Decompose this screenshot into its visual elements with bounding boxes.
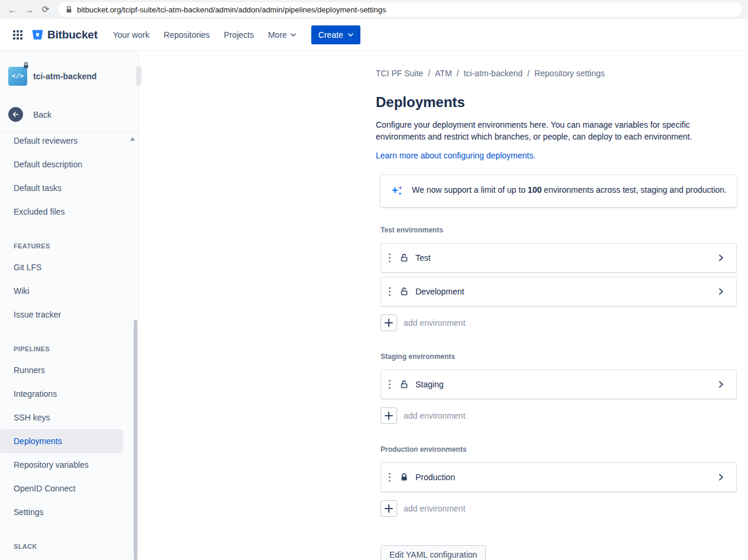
chevron-down-icon [348,33,353,37]
repo-avatar-glyph: </> [8,67,27,86]
chevron-right-icon [716,472,726,482]
browser-forward-icon[interactable]: → [22,3,36,16]
url-text: bitbucket.org/tcipf-suite/tci-atm-backen… [77,5,386,14]
nav-your-work[interactable]: Your work [106,25,157,44]
page-description: Configure your deployment environments h… [376,119,740,143]
banner-text-before: We now support a limit of up to [412,185,528,195]
environment-row-staging[interactable]: Staging [381,370,737,399]
environment-row-development[interactable]: Development [381,277,737,306]
sidebar-header-pipelines: PIPELINES [0,345,138,352]
breadcrumb-repository[interactable]: tci-atm-backend [463,69,523,78]
sidebar-item-deployments[interactable]: Deployments [0,429,123,453]
sidebar-resize-handle[interactable] [136,66,141,86]
environments-area: Test environments Test [381,226,737,560]
back-button[interactable]: Back [0,107,138,122]
browser-toolbar: ← → ⟳ bitbucket.org/tcipf-suite/tci-atm-… [0,0,748,19]
chevron-right-icon [716,380,726,389]
repo-name: tci-atm-backend [33,72,96,81]
create-button[interactable]: Create [311,25,360,44]
banner-text-after: environments across test, staging and pr… [541,185,727,195]
bitbucket-logo[interactable]: Bitbucket [27,28,106,41]
sidebar-header-features: FEATURES [0,242,138,250]
back-arrow-icon [8,107,23,122]
drag-handle-icon[interactable] [388,286,391,297]
sidebar-item-default-description[interactable]: Default description [0,153,123,176]
section-label-production: Production environments [381,445,737,454]
private-repo-lock-icon [23,62,29,69]
sidebar-item-git-lfs[interactable]: Git LFS [0,255,123,279]
chevron-down-icon [291,33,296,37]
page-title: Deployments [376,94,740,111]
unlock-icon [399,253,409,263]
drag-handle-icon[interactable] [388,253,391,263]
nav-projects-label: Projects [224,30,254,40]
section-label-staging: Staging environments [381,352,737,361]
environment-name: Staging [415,380,443,389]
main-content: TCI PF Suite / ATM / tci-atm-backend / R… [139,51,748,560]
browser-reload-icon[interactable]: ⟳ [39,3,52,16]
sidebar-item-wiki[interactable]: Wiki [0,279,123,303]
environment-name: Development [415,287,465,296]
https-lock-icon [66,6,72,13]
bitbucket-logo-icon [31,28,44,41]
sidebar-item-default-tasks[interactable]: Default tasks [0,176,123,200]
repository-sidebar: </> tci-atm-backend Back Default reviewe… [0,51,139,560]
add-environment-button-test[interactable]: add environment [381,315,737,331]
sidebar-item-runners[interactable]: Runners [0,358,123,382]
add-environment-button-production[interactable]: add environment [381,500,737,517]
bitbucket-wordmark: Bitbucket [47,28,98,41]
breadcrumb-separator: / [457,69,459,78]
sidebar-item-settings[interactable]: Settings [0,500,123,524]
banner-limit-value: 100 [528,185,541,195]
sidebar-item-openid-connect[interactable]: OpenID Connect [0,477,123,500]
banner-text: We now support a limit of up to 100 envi… [412,184,727,198]
create-button-label: Create [318,30,343,40]
sidebar-item-integrations[interactable]: Integrations [0,382,123,406]
nav-repositories-label: Repositories [164,30,210,40]
edit-yaml-configuration-button[interactable]: Edit YAML configuration [381,545,486,560]
sidebar-scroll-up-arrow[interactable] [130,137,135,141]
environment-row-production[interactable]: Production [381,462,737,492]
section-label-test: Test environments [381,226,737,234]
app-switcher-grid-icon[interactable] [8,25,27,44]
breadcrumb: TCI PF Suite / ATM / tci-atm-backend / R… [376,69,740,78]
environment-name: Production [415,472,455,482]
app-header: Bitbucket Your work Repositories Project… [0,19,748,51]
environment-row-test[interactable]: Test [381,243,737,273]
address-bar[interactable]: bitbucket.org/tcipf-suite/tci-atm-backen… [58,2,742,17]
add-environment-label: add environment [404,411,465,420]
back-label: Back [33,110,51,119]
sidebar-header-slack: SLACK [0,543,138,550]
browser-back-icon[interactable]: ← [6,3,19,16]
plus-icon [381,407,397,424]
add-environment-label: add environment [404,504,465,513]
unlock-icon [399,380,409,389]
learn-more-link[interactable]: Learn more about configuring deployments… [376,151,536,160]
drag-handle-icon[interactable] [388,379,391,390]
sidebar-item-ssh-keys[interactable]: SSH keys [0,406,123,429]
environments-limit-banner: We now support a limit of up to 100 envi… [381,175,737,207]
drag-handle-icon[interactable] [388,472,391,483]
breadcrumb-repository-settings: Repository settings [534,69,605,78]
lock-icon [399,472,409,482]
sidebar-item-issue-tracker[interactable]: Issue tracker [0,303,123,326]
nav-more[interactable]: More [261,25,303,44]
repo-avatar: </> [8,67,27,86]
nav-repositories[interactable]: Repositories [157,25,217,44]
environment-name: Test [415,253,431,263]
breadcrumb-workspace[interactable]: TCI PF Suite [376,69,423,78]
add-environment-label: add environment [404,318,465,328]
plus-icon [381,500,397,517]
add-environment-button-staging[interactable]: add environment [381,407,737,424]
nav-your-work-label: Your work [113,30,150,40]
sidebar-scrollbar-thumb[interactable] [134,320,137,560]
breadcrumb-project[interactable]: ATM [435,69,452,78]
nav-projects[interactable]: Projects [217,25,261,44]
nav-more-label: More [268,30,287,40]
sidebar-item-repository-variables[interactable]: Repository variables [0,453,123,477]
sidebar-item-excluded-files[interactable]: Excluded files [0,200,123,224]
unlock-icon [399,287,409,296]
repo-header[interactable]: </> tci-atm-backend [0,51,138,86]
sidebar-nav: Default reviewers Default description De… [0,129,138,550]
sidebar-item-default-reviewers[interactable]: Default reviewers [0,129,123,153]
